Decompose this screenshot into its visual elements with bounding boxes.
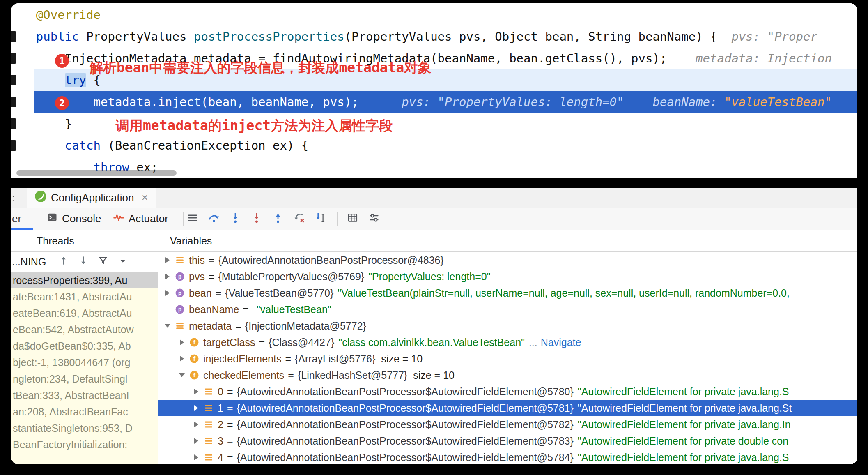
variable-row-injectedElements[interactable]: finjectedElements={ArrayList@5776}size =… xyxy=(158,350,857,367)
debug-tool-window: : ConfigApplication ✕ er Console Actuato… xyxy=(11,188,857,464)
field-icon: f xyxy=(188,354,200,364)
chevron-down-button[interactable] xyxy=(116,255,130,269)
equals-sign: = xyxy=(227,435,233,447)
frame-row[interactable]: rocessProperties:399, Au xyxy=(11,272,158,288)
console-icon xyxy=(46,212,58,226)
chevron-right-icon[interactable] xyxy=(178,356,186,362)
force-step-into-button[interactable] xyxy=(249,212,264,226)
variable-type-ref: {AutowiredAnnotationBeanPostProcessor@48… xyxy=(218,254,444,266)
frame-row[interactable]: tBean:333, AbstractBeanI xyxy=(11,387,158,404)
frame-up-button[interactable] xyxy=(57,255,71,269)
collection-size: size = 10 xyxy=(381,353,423,365)
chevron-right-icon[interactable] xyxy=(178,339,186,345)
variable-type-ref: {AutowiredAnnotationBeanPostProcessor$Au… xyxy=(237,386,574,398)
layout-menu-button[interactable] xyxy=(185,212,200,226)
variable-row-bean[interactable]: pbean={ValueTestBean@5770}"ValueTestBean… xyxy=(158,285,857,301)
frame-row[interactable]: bject:-1, 1380044647 (org xyxy=(11,354,158,371)
value-icon xyxy=(203,420,214,429)
threads-header: Threads xyxy=(11,230,158,252)
variable-row-1[interactable]: 1={AutowiredAnnotationBeanPostProcessor$… xyxy=(158,400,857,416)
chevron-right-icon[interactable] xyxy=(163,274,172,279)
run-to-cursor-button[interactable] xyxy=(313,212,328,226)
run-tab-configapplication[interactable]: ConfigApplication ✕ xyxy=(27,188,156,208)
drop-frame-button[interactable] xyxy=(292,212,307,226)
variable-string-value: "AutowiredFieldElement for private java.… xyxy=(578,402,792,414)
variable-type-ref: {AutowiredAnnotationBeanPostProcessor$Au… xyxy=(237,402,574,414)
step-over-button[interactable] xyxy=(207,212,221,226)
window-divider-strip xyxy=(11,178,857,188)
chevron-right-icon[interactable] xyxy=(163,290,172,296)
frame-row[interactable]: BeanFactoryInitialization: xyxy=(11,436,158,453)
chevron-right-icon[interactable] xyxy=(192,454,200,460)
tab-actuator[interactable]: Actuator xyxy=(113,208,168,230)
chevron-right-icon[interactable] xyxy=(192,405,200,411)
adjust-lines-button[interactable] xyxy=(367,212,381,226)
step-out-icon xyxy=(272,212,284,226)
horizontal-scrollbar[interactable] xyxy=(16,170,177,176)
frame-row[interactable]: da$doGetBean$0:335, Ab xyxy=(11,338,158,354)
thread-state-filter[interactable]: ...NING xyxy=(12,256,46,268)
frame-row[interactable]: ngleton:234, DefaultSingl xyxy=(11,371,158,387)
code-text: @Override xyxy=(11,4,101,26)
code-line[interactable]: public PropertyValues postProcessPropert… xyxy=(11,26,857,48)
variables-header: Variables xyxy=(158,230,857,252)
chevron-right-icon[interactable] xyxy=(192,422,200,427)
variable-row-checkedElements[interactable]: fcheckedElements={LinkedHashSet@5777}siz… xyxy=(158,367,857,383)
frame-row[interactable] xyxy=(11,453,158,464)
svg-text:f: f xyxy=(193,339,196,346)
value-icon xyxy=(203,437,214,445)
svg-text:p: p xyxy=(178,306,182,313)
variable-row-0[interactable]: 0={AutowiredAnnotationBeanPostProcessor$… xyxy=(158,383,857,400)
frame-row[interactable]: eateBean:619, AbstractAu xyxy=(11,305,158,321)
variable-name: 1 xyxy=(218,402,223,414)
frame-row[interactable]: eBean:542, AbstractAutow xyxy=(11,321,158,338)
gutter-mark xyxy=(11,31,16,42)
tab-close-icon[interactable]: ✕ xyxy=(141,193,148,203)
variable-type-ref: {ArrayList@5776} xyxy=(295,353,375,365)
step-out-button[interactable] xyxy=(271,212,285,226)
variable-string-value: "valueTestBean" xyxy=(257,304,331,316)
chevron-right-icon[interactable] xyxy=(192,389,200,394)
variable-string-value: "ValueTestBean(plainStr=null, userName=n… xyxy=(338,287,790,299)
navigate-link[interactable]: Navigate xyxy=(541,337,581,348)
variable-row-4[interactable]: 4={AutowiredAnnotationBeanPostProcessor$… xyxy=(158,449,857,464)
chevron-down-icon[interactable] xyxy=(163,324,172,328)
chevron-down-icon[interactable] xyxy=(178,373,186,377)
code-line[interactable]: catch (BeanCreationException ex) { xyxy=(11,135,857,157)
code-line[interactable]: @Override xyxy=(11,4,857,26)
variable-type-ref: {LinkedHashSet@5777} xyxy=(298,369,407,381)
frame-row[interactable]: ateBean:1431, AbstractAu xyxy=(11,288,158,305)
drop-frame-icon xyxy=(293,212,305,226)
variable-row-this[interactable]: this={AutowiredAnnotationBeanPostProcess… xyxy=(158,252,857,268)
tab-console-label: Console xyxy=(62,212,101,225)
variable-row-metadata[interactable]: metadata={InjectionMetadata@5772} xyxy=(158,318,857,334)
gutter-mark xyxy=(11,118,16,129)
variable-row-beanName[interactable]: pbeanName="valueTestBean" xyxy=(158,301,857,318)
tree-indent xyxy=(163,408,192,408)
variable-name: beanName xyxy=(189,304,239,316)
execution-line[interactable]: metadata.inject(bean, beanName, pvs); pv… xyxy=(11,91,857,113)
chevron-right-icon[interactable] xyxy=(192,438,200,444)
variable-string-value: "AutowiredFieldElement for private doubl… xyxy=(578,435,788,447)
tree-indent xyxy=(163,392,192,392)
view-grid-button[interactable] xyxy=(345,212,360,226)
variable-row-2[interactable]: 2={AutowiredAnnotationBeanPostProcessor$… xyxy=(158,416,857,433)
filter-funnel-button[interactable] xyxy=(96,255,110,269)
variable-row-pvs[interactable]: ppvs={MutablePropertyValues@5769}"Proper… xyxy=(158,268,857,285)
frame-down-icon xyxy=(78,255,89,268)
frame-down-button[interactable] xyxy=(76,255,90,269)
tree-indent xyxy=(163,359,178,359)
equals-sign: = xyxy=(209,271,215,283)
chevron-right-icon[interactable] xyxy=(163,257,172,263)
frame-row[interactable]: stantiateSingletons:953, D xyxy=(11,420,158,436)
field-icon: f xyxy=(188,337,200,347)
step-into-button[interactable] xyxy=(228,212,243,226)
frame-row[interactable]: an:208, AbstractBeanFac xyxy=(11,404,158,420)
collection-size: size = 10 xyxy=(413,369,455,381)
variable-row-targetClass[interactable]: ftargetClass={Class@4427}"class com.alvi… xyxy=(158,334,857,350)
tab-console[interactable]: Console xyxy=(46,208,101,230)
annotation-note-1: 解析bean中需要注入的字段信息，封装成metadata对象 xyxy=(90,59,431,77)
variable-row-3[interactable]: 3={AutowiredAnnotationBeanPostProcessor$… xyxy=(158,433,857,449)
variables-tree: this={AutowiredAnnotationBeanPostProcess… xyxy=(158,252,857,464)
spring-boot-icon xyxy=(34,190,47,205)
